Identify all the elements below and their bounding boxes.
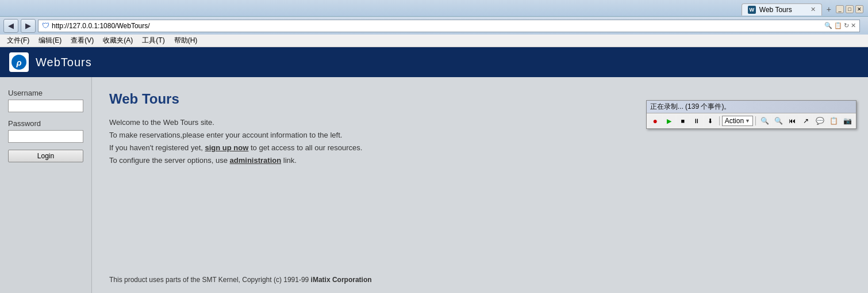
separator-2 <box>755 116 756 125</box>
stop-icon: ■ <box>681 117 685 124</box>
search-address-icon[interactable]: 🔍 <box>824 22 832 29</box>
record-icon: ● <box>652 116 657 125</box>
close-window-button[interactable]: ✕ <box>855 5 863 13</box>
hp-logo-text: ρ <box>16 58 21 67</box>
shield-icon: 🛡 <box>42 21 49 30</box>
minimize-button[interactable]: _ <box>836 5 844 13</box>
address-input[interactable] <box>52 22 822 30</box>
zoom-out-button[interactable]: 🔍 <box>772 115 785 127</box>
record-button[interactable]: ● <box>649 115 662 127</box>
footer-brand: iMatix Corporation <box>311 276 372 284</box>
new-tab-button[interactable]: + <box>822 3 836 16</box>
arrow-up-icon: ↗ <box>803 117 809 125</box>
pause-button[interactable]: ⏸ <box>690 115 703 127</box>
password-input[interactable] <box>8 130 83 143</box>
play-icon: ▶ <box>667 117 671 125</box>
menu-edit[interactable]: 编辑(E) <box>34 35 66 47</box>
menu-bar: 文件(F) 编辑(E) 查看(V) 收藏夹(A) 工具(T) 帮助(H) <box>0 35 868 47</box>
content-line3-prefix: If you haven't registered yet, <box>109 143 205 152</box>
site-header: ρ WebTours <box>0 47 868 77</box>
window-controls: _ □ ✕ <box>836 5 863 13</box>
login-button[interactable]: Login <box>8 150 83 162</box>
step-down-button[interactable]: ⬇ <box>704 115 717 127</box>
hp-logo: ρ <box>9 52 29 72</box>
content-line4-suffix: link. <box>281 156 297 165</box>
footer-text: This product uses parts of the SMT Kerne… <box>109 276 372 284</box>
stop-icon[interactable]: ✕ <box>851 22 856 29</box>
recording-title-bar: 正在录制... (139 个事件)。 <box>647 101 856 113</box>
rewind-icon: ⏮ <box>789 117 796 125</box>
screenshot-icon: 📷 <box>843 117 852 125</box>
address-bar[interactable]: 🛡 🔍 📋 ↻ ✕ <box>38 20 860 32</box>
menu-file[interactable]: 文件(F) <box>2 35 34 47</box>
tab-area: W Web Tours ✕ + _ □ ✕ <box>742 3 866 16</box>
username-input[interactable] <box>8 100 83 112</box>
comment-icon: 💬 <box>816 117 824 125</box>
tab-title: Web Tours <box>759 6 792 14</box>
menu-help[interactable]: 帮助(H) <box>170 35 202 47</box>
content-line4-prefix: To configure the server options, use <box>109 156 230 165</box>
username-label: Username <box>8 89 83 97</box>
zoom-in-icon: 🔍 <box>761 117 769 125</box>
bookmark-icon[interactable]: 📋 <box>834 22 842 29</box>
browser-toolbar: ◀ ▶ 🛡 🔍 📋 ↻ ✕ <box>0 16 868 35</box>
clipboard-icon: 📋 <box>829 117 838 125</box>
separator-1 <box>719 116 720 125</box>
content-line-3: If you haven't registered yet, sign up n… <box>109 142 851 154</box>
password-label: Password <box>8 119 83 128</box>
recording-status: 正在录制... (139 个事件)。 <box>650 102 731 112</box>
action-label: Action <box>725 117 744 125</box>
comment-button[interactable]: 💬 <box>813 115 826 127</box>
back-button[interactable]: ◀ <box>3 19 18 33</box>
site-title: WebTours <box>36 56 92 69</box>
recording-toolbar: ● ▶ ■ ⏸ ⬇ Action <box>647 113 856 128</box>
admin-link[interactable]: administration <box>230 156 282 165</box>
clipboard-button[interactable]: 📋 <box>827 115 840 127</box>
step-icon: ⬇ <box>708 117 713 125</box>
screenshot-button[interactable]: 📷 <box>841 115 854 127</box>
sidebar: Username Password Login <box>0 77 92 293</box>
tab-close-button[interactable]: ✕ <box>811 6 816 13</box>
footer-prefix: This product uses parts of the SMT Kerne… <box>109 276 311 284</box>
recording-toolbar-overlay: 正在录制... (139 个事件)。 ● ▶ ■ ⏸ <box>646 100 857 129</box>
browser-titlebar: W Web Tours ✕ + _ □ ✕ <box>0 0 868 16</box>
zoom-in-button[interactable]: 🔍 <box>758 115 771 127</box>
hp-logo-inner: ρ <box>11 55 26 70</box>
signup-link[interactable]: sign up now <box>205 143 249 152</box>
action-dropdown[interactable]: Action ▼ <box>722 116 753 126</box>
content-line3-suffix: to get access to all our resources. <box>248 143 362 152</box>
content-line-2: To make reservations,please enter your a… <box>109 129 851 142</box>
forward-button[interactable]: ▶ <box>21 19 36 33</box>
arrow-up-button[interactable]: ↗ <box>800 115 812 127</box>
stop-button[interactable]: ■ <box>677 115 689 127</box>
refresh-icon[interactable]: ↻ <box>844 22 849 29</box>
page-content: ρ WebTours Username Password Login 正在录制.… <box>0 47 868 293</box>
browser-chrome: W Web Tours ✕ + _ □ ✕ ◀ ▶ 🛡 🔍 📋 ↻ ✕ <box>0 0 868 35</box>
tab-favicon-icon: W <box>750 7 755 13</box>
address-icons: 🔍 📋 ↻ ✕ <box>824 22 856 29</box>
pause-icon: ⏸ <box>693 117 700 124</box>
menu-favorites[interactable]: 收藏夹(A) <box>98 35 137 47</box>
main-area: Username Password Login 正在录制... (139 个事件… <box>0 77 868 293</box>
menu-view[interactable]: 查看(V) <box>66 35 98 47</box>
menu-tools[interactable]: 工具(T) <box>137 35 169 47</box>
dropdown-arrow-icon: ▼ <box>745 118 750 124</box>
browser-tab[interactable]: W Web Tours ✕ <box>742 3 822 16</box>
rewind-button[interactable]: ⏮ <box>786 115 798 127</box>
content-line-4: To configure the server options, use adm… <box>109 154 851 167</box>
tab-favicon: W <box>748 6 756 14</box>
zoom-out-icon: 🔍 <box>774 117 783 125</box>
play-button[interactable]: ▶ <box>663 115 675 127</box>
content-area: 正在录制... (139 个事件)。 ● ▶ ■ ⏸ <box>92 77 868 293</box>
maximize-button[interactable]: □ <box>846 5 854 13</box>
